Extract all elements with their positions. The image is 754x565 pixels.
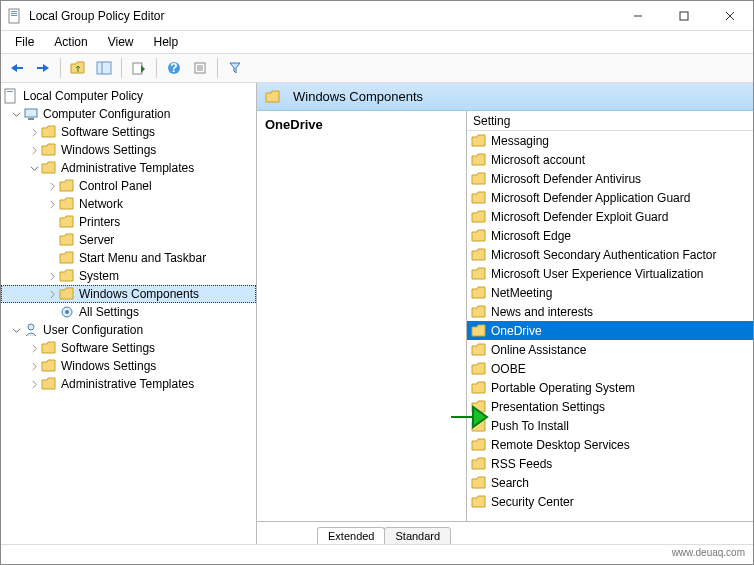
tree-adm-control-panel[interactable]: Control Panel [1,177,256,195]
chevron-right-icon[interactable] [45,269,59,283]
tree-label: Windows Settings [61,359,156,373]
list-item[interactable]: News and interests [467,302,753,321]
list-item[interactable]: Microsoft Defender Antivirus [467,169,753,188]
folder-icon [265,89,281,105]
window-title: Local Group Policy Editor [29,9,615,23]
tree-adm-server[interactable]: Server [1,231,256,249]
maximize-button[interactable] [661,1,707,31]
list-header[interactable]: Setting [467,111,753,131]
tree-user-config[interactable]: User Configuration [1,321,256,339]
list-item[interactable]: Online Assistance [467,340,753,359]
close-button[interactable] [707,1,753,31]
list-item-label: Microsoft Defender Application Guard [491,191,690,205]
svg-rect-3 [11,15,17,16]
show-hide-tree-button[interactable] [92,56,116,80]
tree-adm-start-menu[interactable]: Start Menu and Taskbar [1,249,256,267]
list-item[interactable]: OneDrive [467,321,753,340]
user-icon [23,322,39,338]
list-item[interactable]: Security Center [467,492,753,511]
folder-icon [471,266,487,282]
tree-adm-system[interactable]: System [1,267,256,285]
list-item-label: Search [491,476,529,490]
tree-uc-admin-templates[interactable]: Administrative Templates [1,375,256,393]
tree-root[interactable]: Local Computer Policy [1,87,256,105]
list-item[interactable]: Microsoft Defender Application Guard [467,188,753,207]
tree-label: User Configuration [43,323,143,337]
folder-icon [41,142,57,158]
list-item[interactable]: Portable Operating System [467,378,753,397]
list-item-label: Remote Desktop Services [491,438,630,452]
chevron-right-icon[interactable] [45,197,59,211]
chevron-down-icon[interactable] [9,323,23,337]
tree-uc-software[interactable]: Software Settings [1,339,256,357]
tab-extended[interactable]: Extended [317,527,385,544]
back-button[interactable] [5,56,29,80]
menu-view[interactable]: View [98,33,144,51]
tree-adm-network[interactable]: Network [1,195,256,213]
list-item[interactable]: Microsoft Defender Exploit Guard [467,207,753,226]
help-button[interactable]: ? [162,56,186,80]
folder-icon [471,304,487,320]
chevron-down-icon[interactable] [27,161,41,175]
breadcrumb: Windows Components [257,83,753,111]
chevron-down-icon[interactable] [9,107,23,121]
list-item[interactable]: OOBE [467,359,753,378]
svg-rect-2 [11,13,17,14]
tree-pane[interactable]: Local Computer Policy Computer Configura… [1,83,257,544]
chevron-right-icon[interactable] [45,287,59,301]
menubar: File Action View Help [1,31,753,53]
folder-icon [471,285,487,301]
list-item[interactable]: NetMeeting [467,283,753,302]
menu-file[interactable]: File [5,33,44,51]
list-item[interactable]: Microsoft User Experience Virtualization [467,264,753,283]
tree-cc-windows[interactable]: Windows Settings [1,141,256,159]
folder-icon [471,437,487,453]
folder-icon [471,475,487,491]
list-item[interactable]: RSS Feeds [467,454,753,473]
tree-label: Administrative Templates [61,161,194,175]
list-item[interactable]: Presentation Settings [467,397,753,416]
folder-icon [41,160,57,176]
tree-label: Software Settings [61,125,155,139]
tree-adm-windows-components[interactable]: Windows Components [1,285,256,303]
export-button[interactable] [127,56,151,80]
list-item[interactable]: Microsoft Secondary Authentication Facto… [467,245,753,264]
list-item[interactable]: Messaging [467,131,753,150]
menu-action[interactable]: Action [44,33,97,51]
tree-adm-printers[interactable]: Printers [1,213,256,231]
chevron-right-icon[interactable] [27,125,41,139]
up-button[interactable] [66,56,90,80]
forward-button[interactable] [31,56,55,80]
properties-button[interactable] [188,56,212,80]
chevron-right-icon[interactable] [27,143,41,157]
tree-label: Software Settings [61,341,155,355]
chevron-right-icon[interactable] [27,359,41,373]
list-item[interactable]: Push To Install [467,416,753,435]
chevron-right-icon[interactable] [45,179,59,193]
tree-cc-admin-templates[interactable]: Administrative Templates [1,159,256,177]
tree-cc-software[interactable]: Software Settings [1,123,256,141]
list-item[interactable]: Search [467,473,753,492]
filter-button[interactable] [223,56,247,80]
menu-help[interactable]: Help [144,33,189,51]
tree-computer-config[interactable]: Computer Configuration [1,105,256,123]
list-item-label: Security Center [491,495,574,509]
list-item[interactable]: Microsoft Edge [467,226,753,245]
minimize-button[interactable] [615,1,661,31]
tree-adm-all-settings[interactable]: All Settings [1,303,256,321]
folder-icon [471,342,487,358]
list-item-label: NetMeeting [491,286,552,300]
list-item[interactable]: Remote Desktop Services [467,435,753,454]
settings-list[interactable]: MessagingMicrosoft accountMicrosoft Defe… [467,131,753,521]
svg-point-24 [65,310,69,314]
folder-icon [471,152,487,168]
toolbar: ? [1,53,753,83]
tree-label: Printers [79,215,120,229]
svg-rect-12 [133,63,142,74]
tree-uc-windows[interactable]: Windows Settings [1,357,256,375]
list-item[interactable]: Microsoft account [467,150,753,169]
policy-icon [3,88,19,104]
tab-standard[interactable]: Standard [384,527,451,544]
chevron-right-icon[interactable] [27,377,41,391]
chevron-right-icon[interactable] [27,341,41,355]
